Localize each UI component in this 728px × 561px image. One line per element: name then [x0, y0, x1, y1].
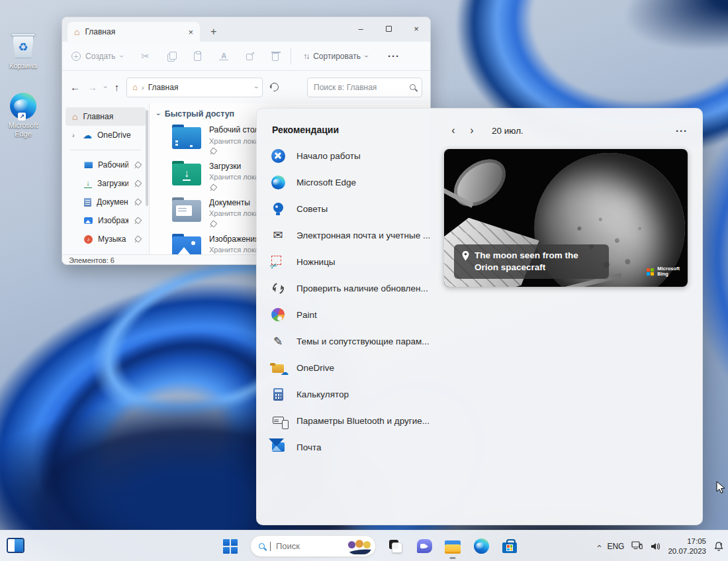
minimize-button[interactable]: –	[347, 17, 375, 40]
taskbar-search-box[interactable]	[250, 535, 376, 557]
delete-icon[interactable]	[272, 53, 279, 61]
plus-circle-icon: +	[71, 52, 81, 61]
recommendation-item[interactable]: Проверить наличие обновлен...	[270, 275, 439, 301]
item-count: Элементов: 6	[69, 256, 114, 264]
up-icon[interactable]: ↑	[114, 82, 120, 92]
sidebar-item-label: Изображени	[98, 216, 128, 225]
recommendation-item[interactable]: Paint	[270, 301, 439, 328]
recommendation-item[interactable]: Начало работы	[270, 142, 439, 169]
sort-button[interactable]: ↑↓ Сортировать ›	[303, 52, 368, 61]
recycle-bin-icon: ♻	[10, 30, 36, 60]
file-explorer-button[interactable]	[444, 538, 461, 555]
previous-day-button[interactable]: ‹	[444, 121, 463, 140]
window-controls: – ×	[347, 17, 430, 40]
edge-button[interactable]	[473, 538, 490, 555]
explorer-search-box[interactable]	[307, 77, 422, 97]
more-options-icon[interactable]: ···	[676, 125, 688, 136]
pictures-folder-icon	[172, 236, 201, 254]
recommendation-item[interactable]: Microsoft Edge	[270, 169, 439, 195]
recent-locations-chevron-icon[interactable]: ›	[102, 86, 109, 89]
sidebar-item-pictures[interactable]: Изображени	[66, 211, 146, 230]
recommendation-item[interactable]: ✎ Темы и сопутствующие парам...	[270, 328, 439, 354]
breadcrumb[interactable]: ⌂ › Главная ›	[126, 77, 263, 97]
pin-icon	[208, 146, 218, 156]
new-tab-button[interactable]: +	[210, 26, 216, 38]
chat-button[interactable]	[416, 538, 433, 555]
collapse-chevron-icon[interactable]: ›	[155, 113, 162, 115]
hidden-icons-chevron-icon[interactable]: ›	[594, 544, 603, 547]
sidebar-item-music[interactable]: ♪ Музыка	[66, 230, 146, 248]
text-caret	[270, 542, 271, 551]
brand-line2: Bing	[657, 271, 668, 277]
store-button[interactable]	[501, 538, 518, 555]
sort-button-label: Сортировать	[313, 52, 361, 61]
desktop-icon-label: Microsoft Edge	[0, 121, 46, 138]
copy-icon[interactable]	[167, 52, 176, 61]
maximize-button[interactable]	[375, 17, 402, 40]
recommendation-item[interactable]: Почта	[270, 434, 439, 460]
sidebar-item-documents[interactable]: Документы	[66, 193, 146, 211]
back-icon[interactable]: ←	[70, 82, 80, 92]
address-dropdown-icon[interactable]: ›	[253, 86, 259, 88]
desktop-icon-recycle-bin[interactable]: ♻ Корзина	[0, 30, 46, 70]
sidebar-item-desktop[interactable]: Рабочий сто	[66, 156, 146, 174]
desktop-icon-label: Корзина	[0, 62, 46, 70]
refresh-icon[interactable]	[269, 81, 281, 93]
taskbar: › ENG 17:05 20.07.2023	[0, 530, 728, 561]
breadcrumb-separator-icon: ›	[142, 83, 144, 91]
sidebar-item-label: Документы	[97, 197, 128, 207]
toolbar-divider	[291, 48, 291, 64]
pin-icon	[208, 183, 218, 193]
explorer-tab-home[interactable]: ⌂ Главная ×	[68, 22, 200, 42]
downloads-folder-icon	[172, 164, 201, 185]
close-button[interactable]: ×	[402, 17, 430, 40]
breadcrumb-item[interactable]: Главная	[148, 83, 179, 92]
notifications-bell-icon[interactable]	[713, 541, 724, 552]
mouse-cursor	[716, 481, 726, 495]
recommendation-item[interactable]: Калькулятор	[270, 381, 439, 407]
home-icon: ⌂	[74, 27, 79, 36]
tab-close-icon[interactable]: ×	[188, 27, 193, 37]
system-tray: › ENG 17:05 20.07.2023	[597, 531, 724, 561]
share-icon[interactable]	[246, 52, 254, 60]
paste-icon[interactable]	[194, 52, 201, 61]
rename-icon[interactable]: A	[219, 52, 228, 60]
volume-icon[interactable]	[650, 541, 660, 552]
section-title: Быстрый доступ	[165, 109, 235, 119]
network-icon[interactable]	[631, 541, 643, 551]
sidebar-item-onedrive[interactable]: › ☁ OneDrive	[66, 126, 146, 144]
sidebar-scrollbar[interactable]	[146, 110, 148, 206]
recommendation-item[interactable]: Ножницы	[270, 248, 439, 275]
next-day-button[interactable]: ›	[463, 121, 481, 140]
pin-icon	[132, 197, 142, 207]
bing-image-card[interactable]: The moon seen from the Orion spacecraft …	[444, 149, 688, 287]
recommendation-label: Почта	[296, 442, 322, 452]
forward-icon[interactable]: →	[87, 82, 97, 92]
clock[interactable]: 17:05 20.07.2023	[668, 536, 706, 556]
taskbar-search-input[interactable]	[276, 541, 341, 551]
desktop-icon-edge[interactable]: ↗ Microsoft Edge	[0, 93, 46, 138]
shortcut-arrow-icon: ↗	[18, 113, 26, 121]
task-view-button[interactable]	[387, 538, 404, 555]
sort-arrows-icon: ↑↓	[303, 52, 308, 61]
sidebar-item-home[interactable]: ⌂ Главная	[66, 107, 146, 126]
cut-icon[interactable]: ✂	[142, 50, 150, 62]
recommendation-item[interactable]: ✉ Электронная почта и учетные ...	[270, 222, 439, 248]
expand-chevron-icon[interactable]: ›	[72, 131, 77, 139]
widgets-button[interactable]	[7, 538, 24, 553]
start-button[interactable]	[222, 538, 239, 555]
language-indicator[interactable]: ENG	[607, 542, 624, 551]
tray-date: 20.07.2023	[668, 546, 706, 556]
sidebar-item-downloads[interactable]: ↓ Загрузки	[66, 174, 146, 193]
recommendation-item[interactable]: OneDrive	[270, 354, 439, 381]
bing-daily-image-thumbnail[interactable]	[347, 538, 372, 554]
new-button[interactable]: + Создать ›	[71, 52, 123, 61]
recommendation-label: Ножницы	[296, 257, 336, 267]
explorer-search-input[interactable]	[314, 83, 406, 92]
recommendation-item[interactable]: Параметры Bluetooth и другие...	[270, 407, 439, 434]
recommendation-item[interactable]: Советы	[270, 195, 439, 222]
tab-title: Главная	[85, 27, 183, 36]
clipboard-tools: ✂ A	[142, 50, 279, 62]
documents-folder-icon	[172, 200, 201, 222]
more-options-icon[interactable]: ···	[388, 50, 400, 62]
